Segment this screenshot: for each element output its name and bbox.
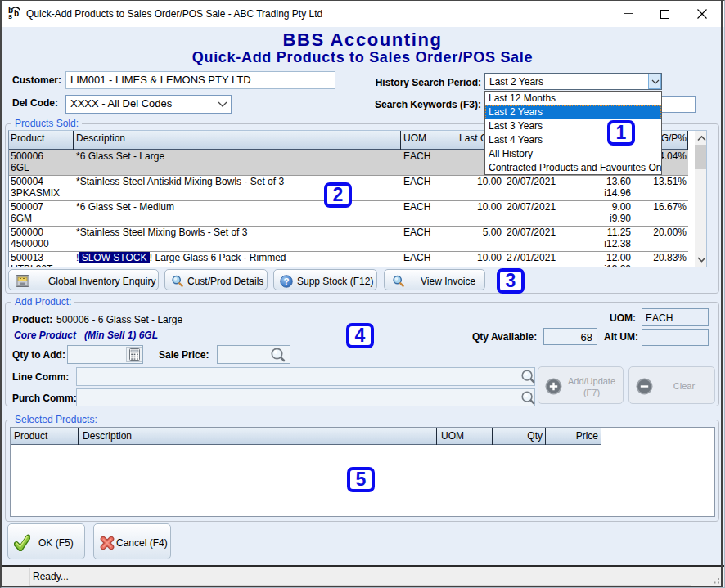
svg-text:s: s: [8, 12, 12, 20]
svg-text:?: ?: [283, 276, 289, 286]
svg-text:b: b: [14, 9, 19, 18]
